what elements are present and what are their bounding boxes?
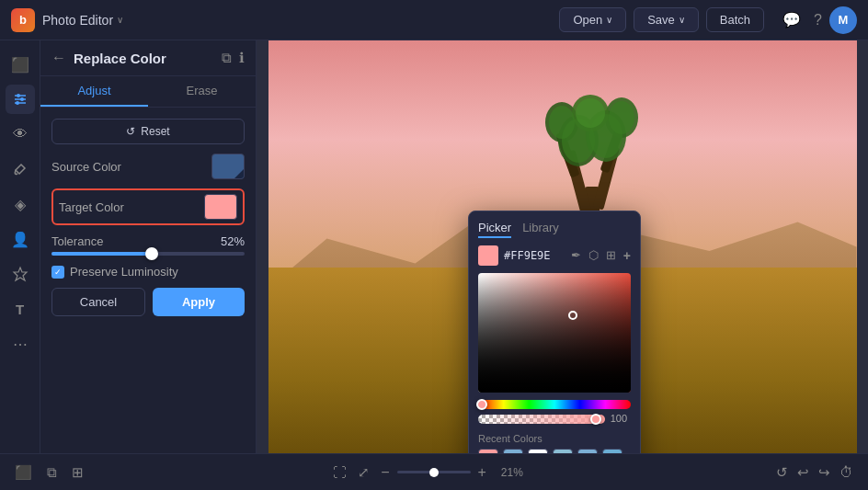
- zoom-thumb[interactable]: [429, 468, 439, 477]
- opacity-slider[interactable]: [478, 415, 605, 424]
- save-chevron: ∨: [679, 15, 685, 25]
- app-title: Photo Editor: [42, 13, 113, 28]
- copy-bottom-icon[interactable]: ⧉: [47, 464, 57, 481]
- undo-icon[interactable]: ↩: [797, 464, 809, 481]
- add-color-icon[interactable]: +: [623, 248, 631, 263]
- info-icon[interactable]: ℹ: [239, 50, 245, 66]
- side-panel: ← Replace Color ⧉ ℹ Adjust Erase ↺ Reset…: [40, 40, 257, 453]
- reset-button[interactable]: ↺ Reset: [51, 119, 245, 144]
- app-title-group: Photo Editor ∨: [42, 13, 123, 28]
- batch-button[interactable]: Batch: [706, 7, 764, 32]
- dropper-icon[interactable]: ✒: [571, 248, 581, 263]
- grid-icon[interactable]: ⊞: [606, 248, 616, 263]
- zoom-slider[interactable]: [397, 471, 471, 473]
- save-label: Save: [647, 13, 675, 27]
- panel-header-icons: ⧉ ℹ: [222, 50, 245, 66]
- recent-color-2[interactable]: [528, 449, 548, 453]
- svg-point-19: [549, 106, 575, 139]
- color-gradient-picker[interactable]: [478, 273, 631, 393]
- apply-button[interactable]: Apply: [153, 288, 245, 316]
- tab-adjust[interactable]: Adjust: [40, 76, 148, 107]
- topbar-icon-group: 💬 ?: [782, 11, 822, 28]
- recent-color-5[interactable]: [602, 449, 622, 453]
- bottombar: ⬛ ⧉ ⊞ ⛶ ⤢ − + 21% ↺ ↩ ↪ ⏱: [0, 453, 868, 490]
- eyedropper-icon[interactable]: ⬡: [588, 248, 599, 263]
- tab-erase[interactable]: Erase: [148, 76, 256, 107]
- topbar: b Photo Editor ∨ Open ∨ Save ∨ Batch 💬 ?…: [0, 0, 868, 40]
- cancel-button[interactable]: Cancel: [51, 288, 145, 316]
- recent-color-0[interactable]: [478, 449, 498, 453]
- panel-tabs: Adjust Erase: [40, 76, 256, 108]
- hue-slider[interactable]: [478, 400, 631, 409]
- reset-label: Reset: [141, 125, 169, 138]
- grid-bottom-icon[interactable]: ⊞: [72, 464, 84, 481]
- source-color-row: Source Color: [51, 154, 245, 179]
- zoom-out-icon[interactable]: −: [381, 464, 389, 481]
- panel-title: Replace Color: [74, 51, 214, 66]
- icon-sidebar: ⬛ 👁 ◈ 👤 T ⋯: [0, 40, 40, 453]
- canvas-area: Picker Library #FF9E9E ✒ ⬡ ⊞ +: [257, 40, 868, 453]
- avatar-initial: M: [839, 13, 849, 27]
- open-button[interactable]: Open ∨: [559, 7, 626, 32]
- svg-point-3: [20, 97, 24, 101]
- zoom-value: 21%: [497, 466, 527, 479]
- save-button[interactable]: Save ∨: [634, 7, 699, 32]
- recent-colors-label: Recent Colors: [478, 433, 631, 444]
- copy-icon[interactable]: ⧉: [222, 50, 232, 66]
- title-chevron[interactable]: ∨: [117, 15, 123, 25]
- target-color-wrapper: Target Color: [51, 188, 245, 225]
- recent-colors-list: [478, 449, 631, 453]
- sidebar-item-adjust[interactable]: [6, 85, 35, 114]
- recent-colors-section: Recent Colors: [478, 433, 631, 453]
- redo-icon[interactable]: ↪: [818, 464, 830, 481]
- refresh-icon[interactable]: ↺: [776, 464, 788, 481]
- opacity-value: 100: [611, 413, 627, 424]
- layers-bottom-icon[interactable]: ⬛: [15, 464, 32, 481]
- svg-marker-6: [14, 268, 27, 280]
- preserve-checkbox[interactable]: ✓: [51, 266, 64, 279]
- zoom-in-icon[interactable]: +: [478, 464, 486, 481]
- color-picker-popup: Picker Library #FF9E9E ✒ ⬡ ⊞ +: [468, 211, 641, 453]
- source-color-swatch[interactable]: [211, 154, 245, 179]
- picker-tab-picker[interactable]: Picker: [478, 221, 511, 238]
- gradient-cursor[interactable]: [568, 311, 577, 320]
- hue-cursor[interactable]: [476, 399, 487, 410]
- back-button[interactable]: ←: [51, 50, 66, 66]
- panel-actions: Cancel Apply: [51, 288, 245, 320]
- logo-text: b: [19, 13, 27, 27]
- picker-tabs: Picker Library: [478, 221, 631, 238]
- recent-color-4[interactable]: [577, 449, 598, 453]
- sidebar-item-more[interactable]: ⋯: [6, 329, 35, 359]
- picker-tab-library[interactable]: Library: [522, 221, 559, 238]
- tolerance-slider-track[interactable]: [51, 252, 245, 256]
- sidebar-item-person[interactable]: 👤: [6, 224, 35, 254]
- target-color-swatch[interactable]: [204, 194, 237, 220]
- recent-color-1[interactable]: [503, 449, 523, 453]
- sidebar-item-shape[interactable]: ◈: [6, 189, 35, 219]
- sidebar-item-effect[interactable]: [6, 259, 35, 289]
- tolerance-label: Tolerance: [51, 234, 103, 248]
- bottom-right: ↺ ↩ ↪ ⏱: [776, 464, 853, 481]
- user-avatar[interactable]: M: [829, 6, 857, 34]
- picker-hex-row: #FF9E9E ✒ ⬡ ⊞ +: [478, 245, 631, 266]
- svg-point-1: [17, 94, 20, 97]
- source-color-label: Source Color: [51, 160, 121, 174]
- sidebar-item-text[interactable]: T: [6, 294, 35, 324]
- crop-icon[interactable]: ⛶: [333, 464, 347, 480]
- opacity-cursor[interactable]: [590, 414, 601, 425]
- history-icon[interactable]: ⏱: [839, 464, 853, 480]
- resize-icon[interactable]: ⤢: [358, 464, 370, 481]
- hex-input[interactable]: #FF9E9E: [504, 249, 565, 262]
- batch-label: Batch: [720, 13, 750, 27]
- chat-icon[interactable]: 💬: [782, 11, 801, 28]
- sidebar-item-layers[interactable]: ⬛: [6, 50, 35, 79]
- recent-color-3[interactable]: [553, 449, 573, 453]
- svg-point-20: [609, 101, 634, 134]
- open-label: Open: [573, 13, 602, 27]
- help-icon[interactable]: ?: [814, 12, 822, 28]
- sidebar-item-brush[interactable]: [6, 154, 35, 184]
- app-logo: b: [11, 8, 35, 32]
- tolerance-slider-thumb[interactable]: [145, 247, 158, 260]
- sidebar-item-eye[interactable]: 👁: [6, 120, 35, 149]
- open-chevron: ∨: [606, 15, 612, 25]
